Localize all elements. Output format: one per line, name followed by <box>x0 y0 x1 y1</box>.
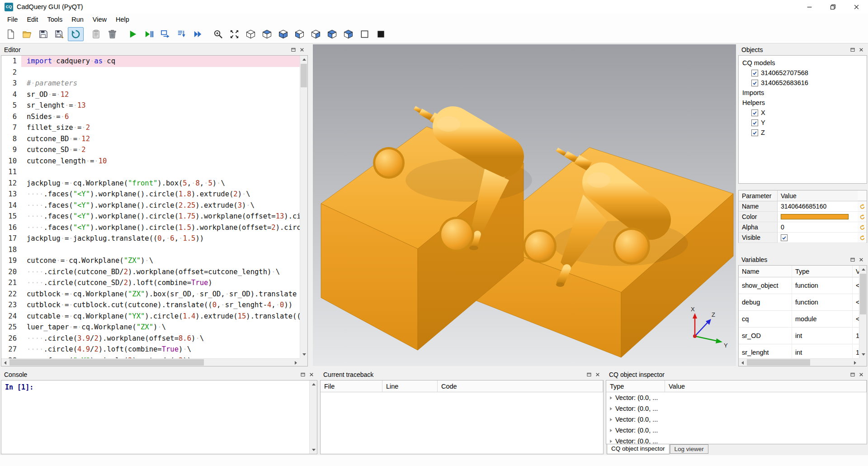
editor-line[interactable]: 14····.faces("<Y").workplane().circle(2.… <box>1 200 300 211</box>
editor-line[interactable]: 13····.faces("<Y").workplane().circle(1.… <box>1 189 300 200</box>
save-file-button[interactable] <box>35 27 51 41</box>
clean-console-button[interactable] <box>88 27 104 41</box>
float-panel-icon[interactable] <box>848 256 857 264</box>
zoom-fit-button[interactable] <box>210 27 226 41</box>
view-bottom-button[interactable] <box>275 27 291 41</box>
editor-line[interactable]: 27····.circle(4.9/2).loft(combine=True)·… <box>1 344 300 355</box>
step-over-button[interactable] <box>157 27 173 41</box>
run-script-button[interactable] <box>125 27 141 41</box>
menu-view[interactable]: View <box>88 14 111 24</box>
editor-horizontal-scrollbar[interactable] <box>1 358 300 366</box>
editor-line[interactable]: 15····.faces("<Y").workplane().circle(1.… <box>1 211 300 222</box>
tree-item-y[interactable]: Y <box>739 118 867 128</box>
tree-item-z[interactable]: Z <box>739 128 867 138</box>
editor-line[interactable]: 24cutcable·=·cq.Workplane("YX").circle(1… <box>1 311 300 322</box>
float-panel-icon[interactable] <box>848 46 857 54</box>
expand-arrow-icon[interactable] <box>606 396 615 400</box>
menu-run[interactable]: Run <box>67 14 88 24</box>
editor-line[interactable]: 4sr_OD·=·12 <box>1 89 300 100</box>
color-swatch[interactable] <box>781 214 849 219</box>
editor-line[interactable]: 18 <box>1 244 300 256</box>
checkbox-checked[interactable] <box>751 129 758 136</box>
variables-vertical-scrollbar[interactable] <box>859 266 867 358</box>
variable-row-show-object[interactable]: show_objectfunction<f <box>739 277 859 294</box>
editor-line[interactable]: 10cutcone_length·=·10 <box>1 156 300 167</box>
continue-run-button[interactable] <box>190 27 206 41</box>
expand-arrow-icon[interactable] <box>606 428 615 433</box>
inspector-row[interactable]: Vector: (0.0, ... <box>606 414 867 425</box>
tab-log-viewer[interactable]: Log viewer <box>670 444 708 454</box>
fit-all-button[interactable] <box>226 27 242 41</box>
delete-objects-button[interactable] <box>104 27 120 41</box>
reset-button[interactable] <box>858 222 867 233</box>
editor-line[interactable]: 3#·parameters <box>1 78 300 89</box>
tree-item-imports[interactable]: Imports <box>739 88 867 98</box>
view-iso-button[interactable] <box>243 27 259 41</box>
toggle-shaded-button[interactable] <box>373 27 389 41</box>
view-back-button[interactable] <box>308 27 324 41</box>
code-editor[interactable]: 1import·cadquery·as·cq23#·parameters4sr_… <box>1 56 300 358</box>
inspector-row[interactable]: Vector: (0.0, ... <box>606 392 867 403</box>
reset-button[interactable] <box>858 212 867 222</box>
property-value[interactable]: 3140646685160 <box>778 201 858 212</box>
tree-item-x[interactable]: X <box>739 108 867 118</box>
float-panel-icon[interactable] <box>289 46 297 54</box>
variable-row-sr-od[interactable]: sr_ODint12 <box>739 328 859 344</box>
editor-vertical-scrollbar[interactable] <box>300 56 307 358</box>
editor-line[interactable]: 2 <box>1 67 300 78</box>
editor-line[interactable]: 25luer_taper·=·cq.Workplane("ZX")·\ <box>1 322 300 333</box>
menu-help[interactable]: Help <box>111 14 134 24</box>
checkbox-checked[interactable] <box>751 80 758 86</box>
variable-row-debug[interactable]: debugfunction<f <box>739 294 859 311</box>
view-left-button[interactable] <box>324 27 340 41</box>
editor-line[interactable]: 23cutblock·=·cutblock.cut(cutcone).trans… <box>1 300 300 311</box>
menu-edit[interactable]: Edit <box>22 14 42 24</box>
editor-line[interactable]: 12jackplug·=·cq.Workplane("front").box(5… <box>1 178 300 189</box>
editor-line[interactable]: 20····.circle(cutcone_BD/2).workplane(of… <box>1 266 300 278</box>
checkbox-checked[interactable] <box>751 119 758 126</box>
property-value[interactable]: 0 <box>778 222 858 233</box>
reset-button[interactable] <box>858 233 867 243</box>
editor-line[interactable]: 28····.faces("<Y").circle(3).extrude(-3)… <box>1 355 300 359</box>
editor-line[interactable]: 8cutcone_BD·=·12 <box>1 133 300 145</box>
property-value[interactable] <box>778 233 858 243</box>
close-panel-icon[interactable] <box>857 256 865 264</box>
render-button[interactable] <box>68 27 84 41</box>
expand-arrow-icon[interactable] <box>606 439 615 443</box>
view-front-button[interactable] <box>292 27 307 41</box>
float-panel-icon[interactable] <box>585 371 593 379</box>
editor-line[interactable]: 9cutcone_SD·=·2 <box>1 144 300 156</box>
3d-viewport[interactable]: X Z Y <box>313 44 736 366</box>
close-panel-icon[interactable] <box>593 371 602 379</box>
editor-line[interactable]: 1import·cadquery·as·cq <box>1 56 300 67</box>
editor-line[interactable]: 19cutcone·=·cq.Workplane("ZX")·\ <box>1 255 300 266</box>
toggle-wireframe-button[interactable] <box>357 27 373 41</box>
new-file-button[interactable] <box>3 27 19 41</box>
console-vertical-scrollbar[interactable] <box>309 380 317 454</box>
tree-item-3140652707568[interactable]: 3140652707568 <box>739 68 867 78</box>
inspector-row[interactable]: Vector: (0.0, ... <box>606 425 867 436</box>
expand-arrow-icon[interactable] <box>606 418 615 422</box>
variables-horizontal-scrollbar[interactable] <box>739 358 859 366</box>
editor-line[interactable]: 26····.circle(3.9/2).workplane(offset=8.… <box>1 333 300 344</box>
menu-tools[interactable]: Tools <box>42 14 67 24</box>
editor-line[interactable]: 6nSides·=·6 <box>1 111 300 123</box>
tree-item-cq-models[interactable]: CQ models <box>739 58 867 68</box>
close-panel-icon[interactable] <box>307 371 316 379</box>
checkbox-checked[interactable] <box>781 234 788 241</box>
float-panel-icon[interactable] <box>848 371 857 379</box>
inspector-row[interactable]: Vector: (0.0, ... <box>606 403 867 414</box>
viewport-canvas[interactable]: X Z Y <box>313 44 736 366</box>
checkbox-checked[interactable] <box>751 70 758 76</box>
editor-line[interactable]: 17jackplug·=·jackplug.translate((0,·6,·1… <box>1 233 300 244</box>
tree-item-3140652683616[interactable]: 3140652683616 <box>739 78 867 88</box>
expand-arrow-icon[interactable] <box>606 407 615 411</box>
close-panel-icon[interactable] <box>857 46 865 54</box>
close-panel-icon[interactable] <box>297 46 306 54</box>
reset-button[interactable] <box>858 201 867 212</box>
step-into-button[interactable] <box>174 27 189 41</box>
close-panel-icon[interactable] <box>857 371 865 379</box>
view-right-button[interactable] <box>340 27 356 41</box>
tab-cq-object-inspector[interactable]: CQ object inspector <box>607 444 670 454</box>
inspector-row[interactable]: Vector: (0.0, ... <box>606 436 867 444</box>
